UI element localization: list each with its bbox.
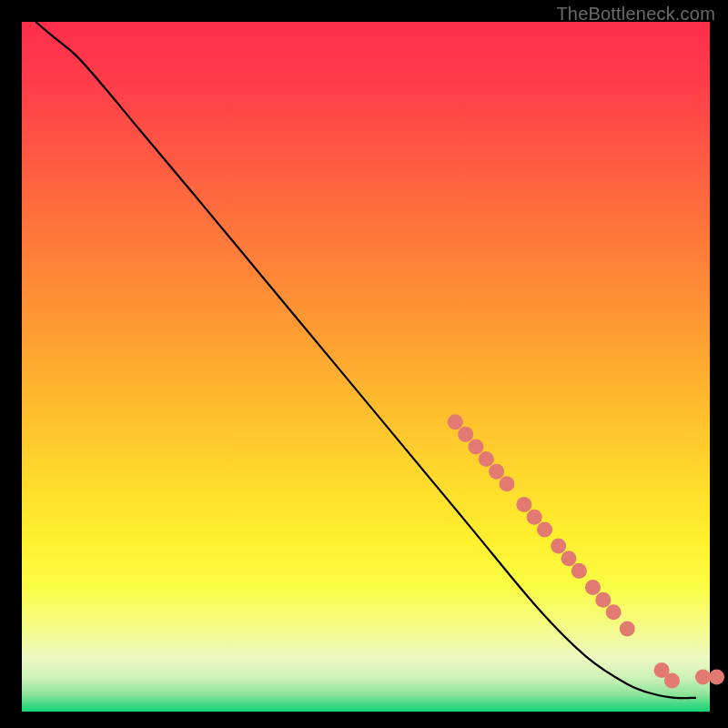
data-point (458, 427, 473, 442)
data-point (561, 551, 577, 566)
data-point (448, 414, 463, 430)
data-point (479, 451, 494, 467)
chart-frame: TheBottleneck.com (0, 0, 728, 728)
data-point (585, 580, 601, 595)
data-point (620, 622, 635, 637)
data-point (709, 670, 724, 685)
data-point (516, 497, 531, 512)
data-point (499, 476, 514, 491)
data-point (551, 539, 566, 554)
data-point (664, 672, 680, 688)
data-point (606, 604, 622, 620)
data-point (695, 670, 711, 685)
data-point (527, 510, 542, 525)
data-point (595, 592, 611, 608)
watermark-text: TheBottleneck.com (556, 4, 715, 25)
data-point (537, 521, 552, 537)
data-point (489, 464, 504, 480)
bottleneck-chart (0, 0, 728, 728)
data-point (571, 563, 587, 579)
plot-background (22, 22, 710, 712)
data-point (468, 439, 483, 454)
